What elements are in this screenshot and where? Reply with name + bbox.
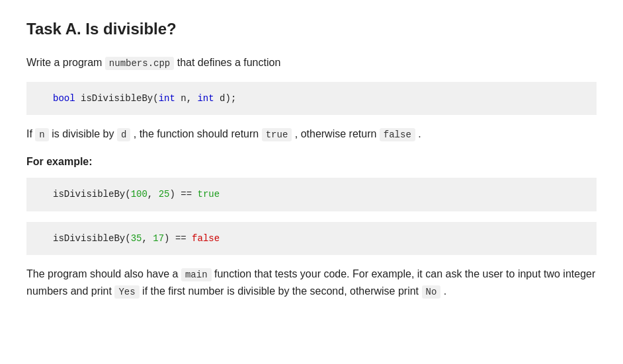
function-signature-block: bool isDivisibleBy(int n, int d); [26, 82, 597, 115]
description-paragraph: If n is divisible by d , the function sh… [26, 126, 597, 143]
desc-false: false [380, 128, 415, 141]
desc-d: d [117, 128, 130, 141]
example-1-func: isDivisibleBy( [53, 189, 131, 200]
example-2-num2: 17 [153, 233, 164, 244]
desc-n: n [35, 128, 48, 141]
desc-suffix: . [418, 128, 421, 139]
example-2-num1: 35 [131, 233, 142, 244]
footer-no: No [422, 285, 441, 299]
function-name: isDivisibleBy( [81, 93, 159, 104]
keyword-int-1: int [159, 93, 175, 104]
example-1-result: true [198, 189, 220, 200]
param-d: d); [214, 93, 237, 104]
footer-text1: The program should also have a [26, 268, 178, 279]
keyword-bool: bool [53, 93, 75, 104]
intro-before-code: Write a program [26, 57, 102, 68]
desc-mid2: , the function should return [134, 128, 259, 139]
filename-code: numbers.cpp [105, 57, 174, 70]
example-2-block: isDivisibleBy(35, 17) == false [26, 222, 597, 255]
desc-true: true [262, 128, 292, 141]
example-2-result: false [192, 233, 220, 244]
example-2-comma: , [142, 233, 153, 244]
keyword-int-2: int [197, 93, 214, 104]
intro-paragraph: Write a program numbers.cpp that defines… [26, 54, 597, 71]
desc-mid1: is divisible by [52, 128, 114, 139]
footer-suffix: . [444, 285, 446, 297]
example-2-close: ) [164, 233, 169, 244]
example-1-num2: 25 [159, 189, 170, 200]
footer-yes: Yes [114, 285, 139, 299]
intro-after-code: that defines a function [177, 57, 281, 68]
footer-text3: if the first number is divisible by the … [142, 285, 419, 297]
example-2-op: == [175, 233, 192, 244]
page-title: Task A. Is divisible? [26, 20, 597, 38]
example-1-num1: 100 [131, 189, 147, 200]
for-example-label: For example: [26, 153, 597, 170]
footer-paragraph: The program should also have a main func… [26, 266, 597, 299]
desc-prefix: If [26, 128, 32, 139]
param-n: n, [175, 93, 198, 104]
desc-mid3: , otherwise return [295, 128, 377, 139]
example-2-func: isDivisibleBy( [53, 233, 131, 244]
footer-main-kw: main [181, 268, 212, 281]
example-1-close: ) [169, 189, 175, 200]
example-1-comma: , [147, 189, 159, 200]
example-1-op: == [181, 189, 197, 200]
example-1-block: isDivisibleBy(100, 25) == true [26, 178, 597, 211]
